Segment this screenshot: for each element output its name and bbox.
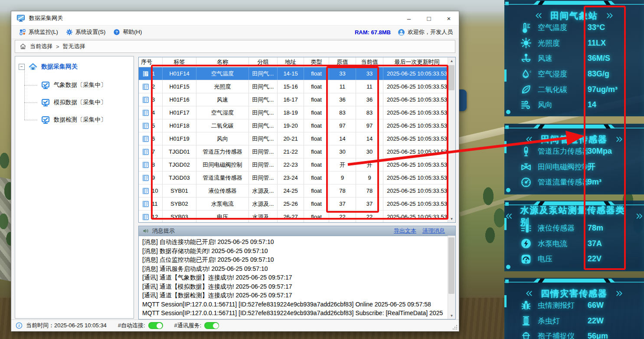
sensor-value: 36M/S	[588, 54, 610, 63]
column-header-6[interactable]: 类型	[304, 57, 329, 67]
section-left-accent	[504, 69, 507, 82]
table-row-10[interactable]: 10SYB01液位传感器水源及...24-25float78782025-06-…	[139, 184, 455, 197]
cell-num: 1	[139, 67, 163, 80]
export-text-link[interactable]: 导出文本	[394, 227, 416, 235]
tree-child-node-1[interactable]: 气象数据〔采集中〕	[41, 80, 107, 90]
comm-service-toggle[interactable]	[204, 322, 219, 329]
auto-connect-toggle[interactable]	[148, 322, 163, 329]
message-line: [消息] 通讯服务启动成功! 2025-06-25 09:57:10	[142, 264, 445, 273]
close-button[interactable]: ×	[439, 11, 459, 25]
chevrons-right-icon[interactable]	[615, 135, 624, 143]
resize-grip-icon[interactable]	[452, 324, 458, 330]
cell-time: 2025-06-25 10:05:33.53	[383, 171, 451, 184]
cell-tag: TJGD03	[163, 171, 196, 184]
scrollbar-thumb[interactable]	[448, 65, 454, 90]
sensor-value: 30Mpa	[588, 147, 612, 156]
cell-time: 2025-06-25 10:05:33.53	[383, 106, 451, 119]
scroll-up-icon[interactable]: ▲	[448, 57, 455, 64]
co2-leaf-icon	[520, 84, 532, 95]
home-icon[interactable]	[20, 43, 26, 50]
tree-child-node-2[interactable]: 模拟数据〔采集中〕	[41, 97, 107, 108]
sensor-label: 风速	[538, 53, 552, 63]
scrollbar-thumb[interactable]	[448, 237, 454, 294]
message-line: MQTT Session[IP:127.0.0.1:56711] [ID:527…	[142, 309, 445, 319]
column-header-4[interactable]: 分组	[249, 57, 278, 67]
cell-type: float	[304, 158, 329, 171]
flow-meter-icon	[520, 177, 532, 188]
cell-raw: 14	[329, 132, 356, 145]
window-side-tab[interactable]	[458, 89, 467, 111]
column-header-8[interactable]: 当前值	[356, 57, 383, 67]
humidity-icon: c	[520, 69, 532, 80]
section-left-accent	[504, 295, 507, 307]
cell-num: 7	[139, 145, 163, 158]
table-row-11[interactable]: 11SYB02水泵电流水源及...25-26float37372025-06-2…	[139, 197, 455, 211]
section-top-decoration	[504, 278, 644, 286]
table-row-1[interactable]: 1H01F14空气温度田间气...14-15float33332025-06-2…	[139, 67, 455, 80]
chevrons-left-icon[interactable]	[524, 290, 534, 297]
menu-item-2[interactable]: 系统设置(S)	[66, 28, 105, 36]
column-header-2[interactable]: 标签	[163, 57, 196, 67]
cell-addr: 19-20	[278, 119, 304, 132]
table-row-6[interactable]: 6H01F19风向田间气...20-21float14142025-06-25 …	[139, 132, 455, 145]
tree-root-node[interactable]: − 数据采集网关	[19, 63, 78, 71]
table-row-8[interactable]: 8TJGD02田间电磁阀控制田间管...22-23float开开2025-06-…	[139, 158, 455, 171]
svg-text:V: V	[525, 260, 527, 264]
column-header-3[interactable]: 名称	[196, 57, 249, 67]
table-row-4[interactable]: 4H01F17空气湿度田间气...18-19float83832025-06-2…	[139, 106, 455, 119]
message-scrollbar[interactable]: ▼	[448, 236, 455, 319]
chevrons-right-icon[interactable]	[615, 290, 624, 297]
clear-messages-link[interactable]: 清理消息	[422, 227, 445, 235]
chevrons-right-icon[interactable]	[635, 212, 644, 220]
sensor-row: 孢子捕捉仪 56μm	[504, 329, 644, 339]
maximize-button[interactable]: □	[419, 11, 439, 25]
scroll-down-icon[interactable]: ▼	[448, 215, 455, 222]
dashboard-section-3: 水源及泵站测量传感器类别 液位传感器 78m 水泵电流 37A V 电压 22V	[504, 201, 644, 271]
tree-connector	[24, 69, 25, 120]
message-line: [消息] 数据存储功能关闭! 2025-06-25 09:57:10	[142, 247, 445, 256]
table-row-9[interactable]: 9TJGD03管道流量传感器田间管...23-24float992025-06-…	[139, 171, 455, 184]
cell-cur: 30	[356, 145, 383, 158]
cell-time: 2025-06-25 10:05:33.53	[383, 158, 451, 171]
cell-name: 空气湿度	[196, 106, 249, 119]
row-tag-icon	[142, 214, 149, 221]
status-bar: i 当前时间：2025-06-25 10:05:34 #自动连接: #通讯服务:	[11, 319, 459, 331]
tree-child-node-3[interactable]: 数据检测〔采集中〕	[41, 115, 107, 125]
table-row-2[interactable]: 2H01F15光照度田间气...15-16float11112025-06-25…	[139, 80, 455, 93]
sun-icon	[520, 37, 532, 49]
sensor-label: 杀虫灯	[538, 316, 560, 326]
sensor-value: 9m³	[588, 178, 602, 187]
cell-group: 田间管...	[249, 158, 278, 171]
sensor-row: 风速 36M/S	[504, 51, 644, 66]
table-scrollbar[interactable]: ▲ ▼	[448, 57, 455, 222]
cell-cur: 78	[356, 184, 383, 197]
minimize-button[interactable]: –	[399, 11, 419, 25]
menu-item-3[interactable]: ? 帮助(H)	[113, 28, 142, 36]
tree-panel: − 数据采集网关 气象数据〔采集中〕 模拟数据〔采集中〕 数据检测〔采集中〕	[15, 56, 134, 319]
cell-tag: H01F19	[163, 132, 196, 145]
cell-name: 管道压力传感器	[196, 145, 249, 158]
column-header-1[interactable]: 序号	[139, 57, 163, 67]
sensor-row: c 空气湿度 83G/g	[504, 66, 644, 82]
column-header-5[interactable]: 地址	[278, 57, 304, 67]
column-header-9[interactable]: 最后一次更新时间	[383, 57, 451, 67]
scroll-down-icon[interactable]: ▼	[448, 312, 455, 319]
cell-time: 2025-06-25 10:05:33.53	[383, 93, 451, 106]
sensor-value: 22V	[588, 254, 602, 263]
column-header-7[interactable]: 原值	[329, 57, 356, 67]
menu-item-1[interactable]: 系统监控(L)	[19, 28, 58, 36]
message-panel-header: 消息提示 导出文本 清理消息	[139, 226, 455, 236]
section-top-decoration	[504, 0, 644, 8]
chevrons-left-icon[interactable]	[524, 135, 534, 143]
table-row-5[interactable]: 5H01F18二氧化碳田间气...19-20float97972025-06-2…	[139, 119, 455, 132]
table-row-3[interactable]: 3H01F16风速田间气...16-17float36362025-06-25 …	[139, 93, 455, 106]
chevrons-left-icon[interactable]	[534, 12, 543, 20]
table-row-7[interactable]: 7TJGD01管道压力传感器田间管...21-22float30302025-0…	[139, 145, 455, 158]
sensor-value: 37A	[588, 239, 602, 248]
user-icon	[398, 29, 405, 36]
chevrons-right-icon[interactable]	[605, 12, 615, 20]
table-row-12[interactable]: 12SYB03电压水源及...26-27float22222025-06-25 …	[139, 211, 455, 223]
tree-collapse-icon[interactable]: −	[19, 64, 25, 70]
cell-cur: 33	[356, 67, 383, 80]
sensor-row: 二氧化碳 97ug/m³	[504, 82, 644, 97]
